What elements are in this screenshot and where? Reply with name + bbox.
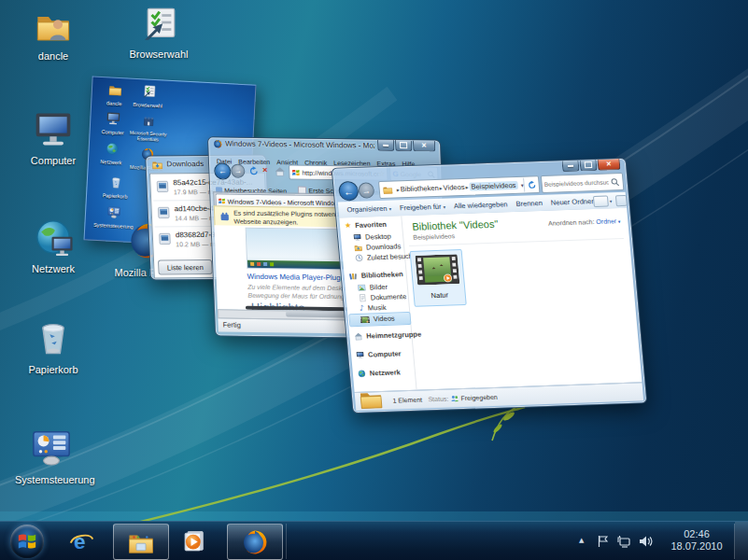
views-button[interactable]	[593, 195, 609, 207]
firefox-title: Windows 7-Videos - Microsoft Windows - M…	[225, 139, 374, 149]
installer-file-icon	[158, 231, 173, 245]
breadcrumb-bibliotheken[interactable]: Bibliotheken	[400, 184, 439, 193]
clear-list-button[interactable]: Liste leeren	[158, 259, 213, 275]
status-label: Status:	[428, 396, 448, 403]
downloads-title: Downloads	[166, 160, 204, 168]
site-favicon	[291, 168, 300, 176]
minimize-button[interactable]	[377, 140, 394, 151]
arrange-by: Anordnen nach: Ordner ▾	[548, 217, 621, 227]
desktop-icon-dancle[interactable]: dancle	[17, 7, 90, 62]
home-icon[interactable]	[275, 166, 285, 176]
show-desktop-button[interactable]	[735, 522, 748, 560]
sidebar-item-downloads[interactable]: Downloads	[354, 242, 402, 252]
desktop-icon-label: dancle	[17, 50, 90, 62]
computer-icon	[33, 108, 74, 149]
videos-icon	[360, 315, 370, 323]
reload-icon[interactable]	[248, 166, 259, 176]
notice-text-line2: Webseite anzuzeigen.	[233, 218, 298, 226]
browser-choice-icon	[140, 6, 177, 43]
refresh-icon	[527, 180, 537, 189]
arrange-value-button[interactable]: Ordner ▾	[596, 217, 621, 225]
forward-button[interactable]: →	[358, 182, 374, 199]
clock[interactable]: 02:46 18.07.2010	[661, 528, 732, 553]
desktop-icon-browserwahl[interactable]: Browserwahl	[122, 6, 195, 60]
action-center-flag-icon[interactable]	[597, 535, 610, 548]
close-button[interactable]	[597, 159, 620, 171]
refresh-button[interactable]	[523, 177, 539, 192]
sidebar-item-dokumente[interactable]: Dokumente	[358, 292, 406, 302]
tab-favicon	[218, 197, 225, 204]
minimize-button[interactable]	[562, 161, 580, 173]
start-button[interactable]	[10, 525, 44, 558]
downloads-mini-icon	[354, 244, 363, 252]
breadcrumb-beispielvideos[interactable]: Beispielvideos	[469, 181, 518, 191]
video-item-natur[interactable]: Natur	[410, 249, 467, 307]
sidebar-item-computer[interactable]: Computer	[356, 349, 402, 359]
status-value: Freigegeben	[460, 394, 498, 401]
firefox-icon	[241, 528, 269, 556]
volume-tray-icon[interactable]	[639, 535, 654, 548]
views-dropdown-icon[interactable]: ▾	[609, 198, 612, 203]
burn-button[interactable]: Brennen	[515, 199, 543, 208]
search-magnifier-icon[interactable]	[610, 177, 620, 187]
explorer-window[interactable]: ← → ▸ Bibliotheken ▸ Videos ▸ Beispielvi…	[332, 158, 648, 413]
firefox-icon	[213, 139, 222, 148]
sidebar-group-favoriten[interactable]: ★Favoriten	[345, 220, 388, 231]
computer-mini-icon	[356, 351, 365, 359]
explorer-body: ★Favoriten Desktop Downloads Zuletzt bes…	[339, 208, 642, 392]
network-mini-icon	[358, 370, 367, 378]
desktop-icon-papierkorb[interactable]: Papierkorb	[17, 317, 90, 375]
sidebar-group-bibliotheken[interactable]: Bibliotheken	[348, 270, 403, 280]
organize-menu-button[interactable]: Organisieren	[346, 204, 391, 215]
desktop-icon-computer[interactable]: Computer	[17, 108, 90, 166]
share-menu-button[interactable]: Freigeben für	[400, 203, 446, 213]
sidebar-item-bilder[interactable]: Bilder	[357, 283, 388, 292]
search-box[interactable]	[541, 173, 625, 193]
maximize-button[interactable]	[395, 140, 412, 151]
back-button[interactable]: ←	[214, 162, 232, 179]
windows7-desktop: { "desktop": { "icons": { "dancle": "dan…	[0, 0, 748, 560]
forward-button[interactable]: →	[231, 164, 246, 178]
tray-expand-button[interactable]: ▲	[579, 537, 584, 544]
preview-icon-papierkorb: Papierkorb	[98, 175, 133, 200]
sidebar-item-heimnetzgruppe[interactable]: Heimnetzgruppe	[354, 330, 422, 341]
taskbar-firefox-button[interactable]	[227, 524, 283, 560]
installer-file-icon	[156, 205, 171, 219]
control-panel-icon	[29, 426, 74, 469]
library-header-title: Bibliothek "Videos"	[412, 218, 499, 232]
location-folder-icon	[382, 185, 393, 195]
desktop-icon-systemsteuerung[interactable]: Systemsteuerung	[15, 426, 88, 485]
sidebar-item-videos[interactable]: Videos	[360, 315, 395, 324]
preview-pane-button[interactable]	[615, 194, 628, 205]
breadcrumb-videos[interactable]: Videos	[443, 183, 465, 192]
navigation-pane: ★Favoriten Desktop Downloads Zuletzt bes…	[339, 216, 416, 392]
taskbar-explorer-button[interactable]	[113, 524, 169, 560]
arrange-dropdown-icon: ▾	[616, 218, 621, 224]
sidebar-item-desktop[interactable]: Desktop	[353, 232, 391, 242]
sidebar-item-netzwerk[interactable]: Netzwerk	[358, 368, 402, 378]
internet-explorer-icon[interactable]	[69, 529, 94, 554]
star-icon: ★	[345, 221, 352, 230]
media-player-icon[interactable]	[181, 528, 207, 554]
item-count: 1 Element	[392, 397, 422, 404]
arrange-label: Anordnen nach:	[548, 218, 595, 227]
network-tray-icon[interactable]	[616, 535, 631, 548]
sidebar-item-musik[interactable]: ♪Musik	[359, 303, 386, 313]
desktop-icon-label: Systemsteuerung	[15, 474, 88, 485]
windows-flag-icon	[17, 531, 37, 552]
music-icon: ♪	[359, 304, 364, 313]
play-all-button[interactable]: Alle wiedergeben	[454, 200, 508, 210]
back-button[interactable]: ←	[338, 181, 360, 202]
stop-icon[interactable]: ×	[262, 165, 268, 175]
new-folder-button[interactable]: Neuer Ordner	[551, 197, 595, 207]
installer-file-icon	[155, 179, 170, 193]
desktop-icon-netzwerk[interactable]: Netzwerk	[17, 217, 90, 274]
shared-icon	[450, 394, 459, 402]
maximize-button[interactable]	[580, 160, 598, 172]
explorer-caption-buttons	[561, 159, 621, 172]
search-input[interactable]	[542, 176, 611, 189]
explorer-folder-icon	[127, 528, 155, 556]
preview-icon-mse: Microsoft Security Essentials	[129, 114, 167, 143]
close-button[interactable]	[413, 140, 435, 151]
sidebar-item-recent[interactable]: Zuletzt besucht	[355, 252, 416, 262]
